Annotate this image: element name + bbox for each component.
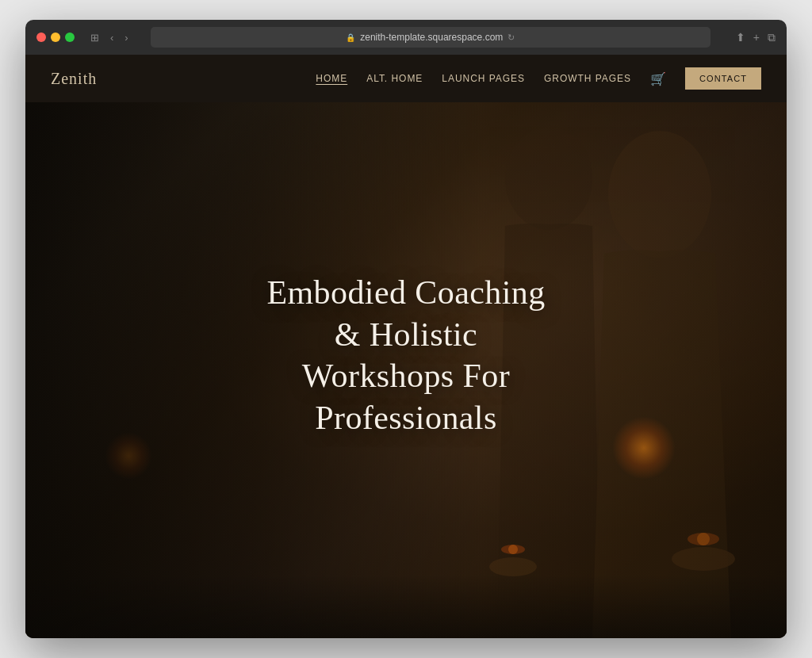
- site-nav: Zenith HOME ALT. HOME LAUNCH PAGES GROWT…: [25, 55, 787, 102]
- hero-title-line1: Embodied Coaching: [266, 274, 545, 311]
- browser-chrome: ⊞ ‹ › 🔒 zenith-template.squarespace.com …: [25, 20, 787, 55]
- hero-title-line3: Workshops For: [302, 358, 510, 394]
- close-button[interactable]: [36, 33, 46, 42]
- hero-title-line2: & Holistic: [335, 316, 477, 352]
- address-bar[interactable]: 🔒 zenith-template.squarespace.com ↻: [151, 27, 710, 48]
- back-button[interactable]: ‹: [107, 30, 117, 45]
- site-logo[interactable]: Zenith: [51, 70, 97, 88]
- bottom-fade: [25, 575, 787, 638]
- nav-link-alt-home[interactable]: ALT. HOME: [366, 73, 423, 84]
- refresh-icon: ↻: [508, 33, 515, 43]
- contact-button[interactable]: CONTACT: [685, 67, 761, 90]
- forward-button[interactable]: ›: [121, 30, 131, 45]
- nav-link-growth-pages[interactable]: GROWTH PAGES: [544, 73, 631, 84]
- hero-section: Embodied Coaching & Holistic Workshops F…: [25, 55, 787, 638]
- website-content: Zenith HOME ALT. HOME LAUNCH PAGES GROWT…: [25, 55, 787, 638]
- nav-link-launch-pages[interactable]: LAUNCH PAGES: [442, 73, 525, 84]
- hero-title: Embodied Coaching & Holistic Workshops F…: [239, 272, 573, 438]
- share-button[interactable]: ⬆: [736, 31, 745, 44]
- maximize-button[interactable]: [65, 33, 75, 42]
- lock-icon: 🔒: [346, 33, 355, 42]
- new-tab-button[interactable]: +: [753, 31, 760, 44]
- window-control-button[interactable]: ⊞: [87, 30, 102, 45]
- nav-link-home[interactable]: HOME: [316, 73, 347, 84]
- minimize-button[interactable]: [51, 33, 60, 42]
- traffic-lights: [36, 33, 75, 42]
- browser-actions: ⬆ + ⧉: [736, 31, 776, 44]
- browser-window: ⊞ ‹ › 🔒 zenith-template.squarespace.com …: [25, 20, 787, 638]
- duplicate-tab-button[interactable]: ⧉: [768, 31, 776, 44]
- nav-links: HOME ALT. HOME LAUNCH PAGES GROWTH PAGES…: [316, 67, 761, 90]
- url-text: zenith-template.squarespace.com: [360, 32, 503, 43]
- browser-controls: ⊞ ‹ ›: [87, 30, 132, 45]
- cart-icon[interactable]: 🛒: [650, 71, 666, 86]
- hero-title-line4: Professionals: [315, 399, 496, 435]
- hero-content: Embodied Coaching & Holistic Workshops F…: [239, 272, 573, 438]
